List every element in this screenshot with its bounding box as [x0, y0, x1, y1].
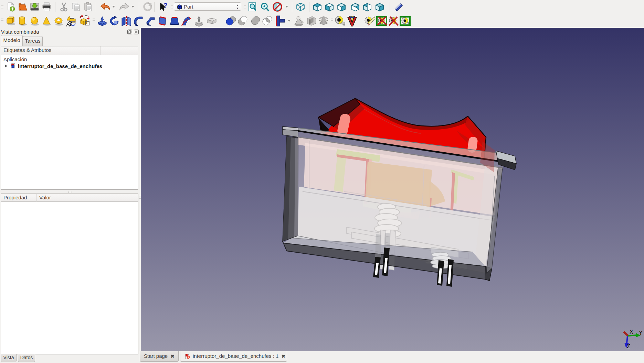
svg-text:X: X — [630, 329, 633, 335]
svg-text:Z: Z — [627, 343, 630, 349]
svg-text:?: ? — [163, 2, 168, 9]
svg-text:Y: Y — [639, 330, 643, 336]
